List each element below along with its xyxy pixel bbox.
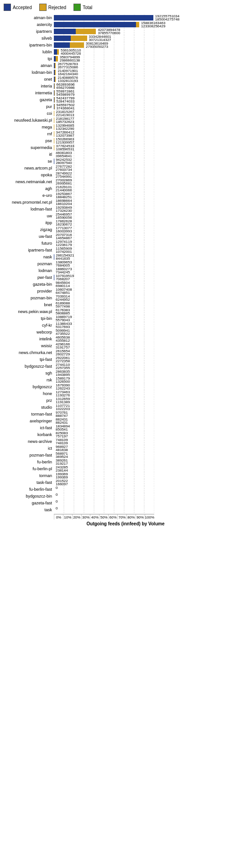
bar-area: 882431882431 (54, 418, 247, 424)
bar-values: 231815267221419013 (56, 110, 74, 117)
bar-values: 199369199369 (56, 473, 68, 479)
row-label: news-archive (4, 439, 54, 444)
table-row: webcorp50999414735522 (4, 329, 247, 335)
bar-area: 42961663191757 (54, 343, 247, 349)
bar-values: 21409719011642164340 (58, 69, 78, 76)
bar-area: 968927481638 (54, 445, 247, 452)
bar-values: 113864335317693 (56, 322, 72, 329)
row-label: bydgoszcz (4, 385, 54, 389)
legend-total: Total (73, 4, 92, 11)
bar-area: 106074086474851 (54, 288, 247, 294)
bar-values: 27441102257355 (56, 363, 70, 370)
bar-values: 2162910121440066 (56, 185, 72, 192)
bar-values: 0 (56, 493, 58, 496)
row-label: nask (4, 255, 54, 259)
table-row: gazeta-bin98456046980114 (4, 281, 247, 288)
row-label: pur (4, 104, 54, 109)
row-label: webcorp (4, 330, 54, 334)
bar-area: 188602737344245 (54, 267, 247, 274)
table-row: onet21408895761332813193 (4, 76, 247, 82)
bar-area: 568971369524 (54, 452, 247, 458)
bar-values: 2767728227603734 (56, 165, 72, 171)
table-row: ipartners-fast1156590910742001 (4, 247, 247, 253)
row-label: news.pekin.waw.pl (4, 309, 54, 314)
row-label: fu-berlin-fast (4, 487, 54, 492)
row-label: gazeta-fast (4, 501, 54, 505)
table-row: uw2544695716590056 (4, 213, 247, 219)
bar-values: 1925386718848251 (56, 192, 72, 199)
table-row: supermedia377624533108596531 (4, 144, 247, 151)
bar-values: 188602737344245 (56, 267, 72, 274)
row-label: fu-berlin (4, 460, 54, 464)
bar-area: 2767728227603734 (54, 165, 247, 171)
bar-values: 559972861545989979 (56, 90, 74, 96)
bar-values: 4207389447837855770600 (98, 28, 120, 35)
bar-values: 568971369524 (56, 452, 68, 458)
bar-values: 1156590910742001 (56, 247, 72, 253)
row-label: hone (4, 391, 54, 396)
bar-values: 3334284460130721314327 (89, 35, 111, 41)
bar-area: 1929384917324230 (54, 206, 247, 212)
table-row: news-archive748109748109 (4, 438, 247, 445)
row-label: torman-fast (4, 412, 54, 416)
bar-area: 35837948992986660138 (54, 56, 247, 62)
bar-area: 70393146244952 (54, 295, 247, 301)
row-label: gazeta (4, 98, 54, 102)
bar-values: 1771307716003993 (56, 226, 72, 233)
table-row: hone12734631193276 (4, 390, 247, 397)
bar-area: 27441102257355 (54, 363, 247, 370)
bar-area: 28638351943895 (54, 370, 247, 376)
table-row: lodman-bin21409719011642164340 (4, 69, 247, 76)
table-row: rnf347266412132073987 (4, 131, 247, 137)
bar-values: 15891791326500 (56, 377, 70, 383)
bar-area: 1786262816230672 (54, 220, 247, 226)
legend-rejected-label: Rejected (48, 5, 66, 10)
bar-values: 9424253228097540 (56, 158, 72, 164)
table-row: bydgoszcz-fast27441102257355 (4, 363, 247, 370)
table-row: agh2162910121440066 (4, 185, 247, 192)
bar-values: 970761888747 (56, 411, 68, 417)
bar-area: 970761888747 (54, 411, 247, 417)
table-row: astercity158836163463123308256429 (4, 21, 247, 28)
bar-area: 46056384355812 (54, 336, 247, 342)
bar-area: 11077211022203 (54, 404, 247, 411)
table-row: pozman-bin70393146244952 (4, 295, 247, 301)
x-tick: 10% (63, 514, 72, 519)
row-label: task-fast (4, 480, 54, 485)
bar-area: 1156590910742001 (54, 247, 247, 253)
row-label: gazeta-bin (4, 282, 54, 287)
table-row: futuro1297411912236179 (4, 240, 247, 247)
table-row: se9424253228097540 (4, 158, 247, 164)
table-row: pur945597502374368041 (4, 103, 247, 110)
bar-rejected (56, 56, 58, 62)
bar-accepted (54, 36, 71, 41)
table-row: bnet61890885977498 (4, 302, 247, 308)
table-row: ict-fast1834894850541 (4, 425, 247, 431)
table-row: studio11077211022203 (4, 404, 247, 411)
row-label: rsk (4, 378, 54, 382)
bar-area: 201522166097 (54, 479, 247, 486)
x-tick: 100% (145, 514, 154, 519)
bar-values: 53610051104000445726 (61, 49, 81, 55)
row-label: studio (4, 405, 54, 410)
bar-values: 11077211022203 (56, 404, 70, 411)
row-label: torman (4, 473, 54, 478)
table-row: pse150266963121939957 (4, 138, 247, 144)
bar-rejected (71, 36, 87, 41)
bar-values: 377624533108596531 (56, 144, 74, 151)
bar-area: 21409719011642164340 (54, 69, 247, 76)
row-label: itpp (4, 221, 54, 225)
row-label: lodman-fast (4, 207, 54, 211)
row-label: mega (4, 125, 54, 129)
bar-values: 61763835808885 (56, 308, 70, 315)
bar-area: 192155751034185004275748 (54, 15, 247, 21)
bar-values: 2544695716590056 (56, 213, 72, 219)
bar-values: 825083757197 (56, 431, 68, 438)
bar-area: 1297411912236179 (54, 240, 247, 247)
table-row: pwr-fast1079195197068207 (4, 274, 247, 281)
bar-values: 35837948992986660138 (60, 56, 80, 62)
row-label: coi (4, 111, 54, 116)
row-label: tpi-fast (4, 357, 54, 362)
x-tick: 80% (126, 514, 136, 519)
table-row: torman-fast970761888747 (4, 411, 247, 417)
